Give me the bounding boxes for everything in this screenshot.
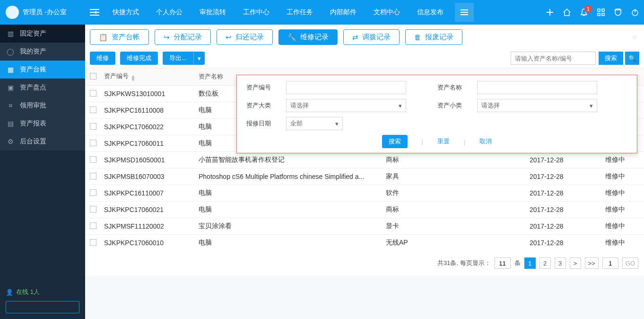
- user-info[interactable]: 管理员 -办公室: [0, 6, 85, 19]
- search-button[interactable]: 搜索: [599, 52, 623, 65]
- sidebar-item-my-assets[interactable]: ◯我的资产: [0, 43, 85, 61]
- table-row[interactable]: SJKPKPC16110007电脑软件2017-12-28维修中: [85, 185, 644, 201]
- top-nav: 快捷方式 个人办公 审批流转 工作中心 工作任务 内部邮件 文档中心 信息发布: [104, 0, 477, 25]
- row-checkbox[interactable]: [90, 90, 96, 97]
- sidebar-item-inventory[interactable]: ▣资产盘点: [0, 79, 85, 97]
- adv-minor-select[interactable]: 请选择▾: [477, 99, 597, 112]
- sidebar-item-label: 资产盘点: [20, 83, 46, 92]
- cell-name: 电脑: [199, 189, 386, 197]
- goto-input[interactable]: [602, 257, 618, 269]
- page-3[interactable]: 3: [555, 257, 566, 269]
- adv-search-button[interactable]: 搜索: [382, 135, 408, 148]
- table-row[interactable]: SJKPMSF11120002宝贝涂涂看显卡2017-12-28维修中: [85, 218, 644, 234]
- row-checkbox[interactable]: [90, 106, 96, 113]
- repair-button[interactable]: 维修: [90, 52, 115, 65]
- online-status[interactable]: 👤在线 1人: [6, 288, 79, 296]
- sidebar-item-approval[interactable]: ≡领用审批: [0, 97, 85, 115]
- tab-repair[interactable]: 🔧维修记录: [278, 29, 338, 45]
- table-row[interactable]: SJKPKPC17060021电脑商标2017-12-28维修中: [85, 201, 644, 218]
- page-2[interactable]: 2: [540, 257, 551, 269]
- theme-icon[interactable]: [614, 8, 622, 17]
- row-checkbox[interactable]: [90, 140, 96, 146]
- row-checkbox[interactable]: [90, 206, 96, 213]
- cell-date: 2017-12-28: [530, 156, 605, 164]
- home-icon[interactable]: [563, 8, 571, 17]
- nav-mail[interactable]: 内部邮件: [322, 0, 365, 25]
- nav-workcenter[interactable]: 工作中心: [235, 0, 278, 25]
- inventory-icon: ▣: [7, 84, 14, 91]
- table-row[interactable]: SJKPMSB16070003Photoshop cS6 Multiple Pl…: [85, 168, 644, 185]
- plus-icon[interactable]: [546, 8, 554, 17]
- row-checkbox[interactable]: [90, 173, 96, 179]
- cell-status: 维修中: [605, 205, 638, 214]
- sidebar-item-report[interactable]: ▤资产报表: [0, 115, 85, 133]
- nav-docs[interactable]: 文档中心: [365, 0, 409, 25]
- select-all-checkbox[interactable]: [90, 73, 96, 80]
- sidebar-item-label: 后台设置: [20, 137, 46, 146]
- cell-name: 宝贝涂涂看: [199, 222, 386, 230]
- star-icon[interactable]: ☆: [632, 34, 639, 41]
- cell-id: SJKPMSD16050001: [104, 156, 199, 164]
- page-next[interactable]: >: [570, 257, 581, 269]
- nav-publish[interactable]: 信息发布: [409, 0, 452, 25]
- row-checkbox[interactable]: [90, 156, 96, 163]
- per-page-input[interactable]: [495, 257, 511, 269]
- collapse-icon[interactable]: [85, 9, 104, 16]
- main: 📋资产台帐 ↪分配记录 ↩归还记录 🔧维修记录 ⇄调拨记录 🗑报废记录 ☆ 维修…: [85, 25, 644, 319]
- page-last[interactable]: >>: [585, 257, 599, 269]
- tab-ledger[interactable]: 📋资产台帐: [90, 29, 149, 45]
- sidebar-item-ledger[interactable]: ▦资产台账: [0, 61, 85, 79]
- sidebar-search[interactable]: 🔍: [6, 301, 79, 313]
- table-row[interactable]: SJKPKPC17060010电脑无线AP2017-12-28维修中: [85, 234, 644, 251]
- svg-rect-10: [598, 13, 600, 16]
- power-icon[interactable]: [631, 8, 639, 17]
- header: 管理员 -办公室 快捷方式 个人办公 审批流转 工作中心 工作任务 内部邮件 文…: [0, 0, 644, 25]
- row-checkbox[interactable]: [90, 123, 96, 130]
- cell-status: 维修中: [605, 156, 638, 164]
- sidebar-item-label: 领用审批: [20, 101, 46, 110]
- bell-icon[interactable]: 1: [580, 8, 588, 17]
- search-input[interactable]: [511, 52, 596, 65]
- sidebar-bottom: 👤在线 1人 🔍: [0, 284, 85, 319]
- adv-major-select[interactable]: 请选择▾: [286, 99, 406, 112]
- list-icon: ▥: [7, 30, 14, 37]
- row-checkbox[interactable]: [90, 239, 96, 246]
- table-row[interactable]: SJKPMSD16050001小苗苗智能故事机著作权登记商标2017-12-28…: [85, 151, 644, 168]
- nav-shortcut[interactable]: 快捷方式: [104, 0, 148, 25]
- wrench-icon: 🔧: [287, 33, 296, 42]
- sidebar-item-settings[interactable]: ⚙后台设置: [0, 133, 85, 151]
- nav-personal[interactable]: 个人办公: [148, 0, 191, 25]
- sidebar-item-fixed-assets[interactable]: ▥固定资产: [0, 25, 85, 43]
- header-right: 1: [546, 8, 644, 17]
- cell-name: 小苗苗智能故事机著作权登记: [199, 156, 386, 164]
- adv-date-select[interactable]: 全部▾: [286, 117, 343, 130]
- tab-transfer[interactable]: ⇄调拨记录: [343, 29, 400, 45]
- tab-scrap[interactable]: 🗑报废记录: [405, 29, 462, 45]
- nav-more-icon[interactable]: [455, 3, 474, 22]
- apps-icon[interactable]: [597, 8, 605, 17]
- row-checkbox[interactable]: [90, 222, 96, 229]
- action-row: 维修 维修完成 导出... ▾ 搜索 🔍: [85, 49, 644, 68]
- row-checkbox[interactable]: [90, 189, 96, 196]
- export-caret[interactable]: ▾: [193, 52, 205, 65]
- col-id-header[interactable]: 资产编号▲▼: [104, 72, 199, 81]
- nav-tasks[interactable]: 工作任务: [278, 0, 322, 25]
- go-button[interactable]: GO: [622, 257, 638, 269]
- adv-code-input[interactable]: [286, 81, 406, 94]
- cell-name: 电脑: [199, 205, 386, 214]
- export-button[interactable]: 导出...: [163, 52, 193, 65]
- adv-cancel-link[interactable]: 取消: [479, 137, 492, 146]
- adv-name-input[interactable]: [477, 81, 597, 94]
- cell-id: SJKPKWS13010001: [104, 90, 199, 97]
- tab-return[interactable]: ↩归还记录: [217, 29, 273, 45]
- repair-done-button[interactable]: 维修完成: [120, 52, 158, 65]
- advanced-search-toggle[interactable]: 🔍: [625, 52, 639, 65]
- tab-assign[interactable]: ↪分配记录: [155, 29, 211, 45]
- page-1[interactable]: 1: [524, 257, 536, 269]
- nav-approval[interactable]: 审批流转: [191, 0, 235, 25]
- adv-reset-link[interactable]: 重置: [437, 137, 450, 146]
- sidebar-search-input[interactable]: [9, 304, 89, 311]
- record-tabs: 📋资产台帐 ↪分配记录 ↩归还记录 🔧维修记录 ⇄调拨记录 🗑报废记录 ☆: [85, 25, 644, 49]
- chevron-down-icon: ▾: [590, 102, 593, 109]
- cell-category: 无线AP: [386, 239, 530, 247]
